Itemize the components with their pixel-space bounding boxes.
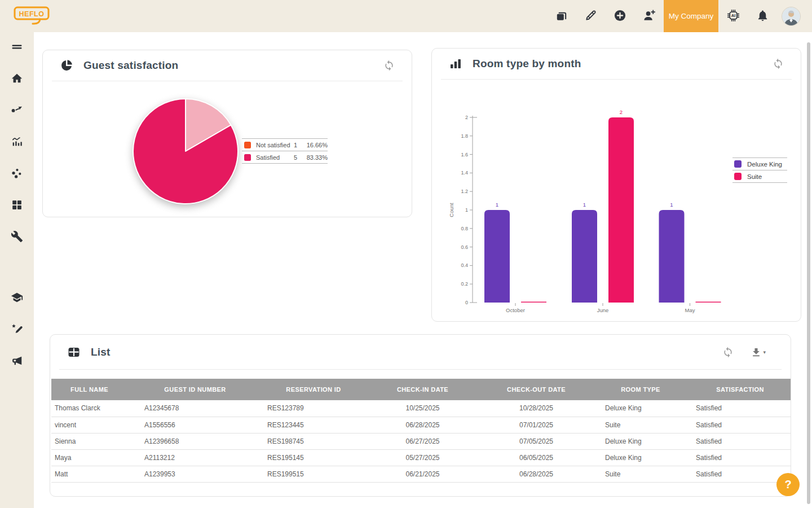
menu-icon (11, 41, 23, 55)
sidebar-item-apps-grid[interactable] (0, 190, 34, 222)
sidebar (0, 32, 34, 508)
table-cell: 05/27/2025 (364, 449, 481, 466)
table-cell: Satisfied (690, 400, 791, 417)
x-category-label: June (597, 307, 609, 313)
refresh-icon (383, 60, 395, 71)
my-company-button[interactable]: My Company (664, 0, 718, 32)
sidebar-item-home[interactable] (0, 64, 34, 95)
y-tick-label: 0 (465, 300, 468, 305)
cluster-icon (11, 167, 23, 182)
documents-icon (555, 9, 568, 24)
legend-item[interactable]: Not satisfied116.66% (242, 138, 328, 151)
bar-value-label: 2 (620, 109, 623, 115)
heflo-logo[interactable]: HEFLO (14, 5, 51, 28)
y-tick-label: 0.4 (461, 262, 468, 268)
refresh-icon (722, 347, 734, 358)
column-header[interactable]: GUEST ID NUMBER (127, 379, 263, 400)
sidebar-item-cluster[interactable] (0, 159, 34, 190)
legend-swatch (734, 160, 742, 168)
refresh-button[interactable] (773, 58, 784, 69)
topbar-icon-group-right: AI (718, 0, 777, 32)
analytics-icon (11, 135, 23, 150)
add-button[interactable] (605, 0, 634, 32)
table-cell: Suite (592, 466, 690, 482)
bar-zero (696, 302, 721, 303)
table-cell: RES123789 (263, 400, 364, 417)
add-user-button[interactable] (634, 0, 664, 32)
column-header[interactable]: RESERVATION ID (263, 379, 364, 400)
table-cell: 06/27/2025 (364, 433, 481, 449)
legend-label: Deluxe King (747, 161, 782, 168)
table-row[interactable]: SiennaA12396658RES19874506/27/202507/05/… (51, 433, 791, 449)
documents-button[interactable] (546, 0, 576, 32)
add-user-icon (643, 9, 656, 24)
sidebar-item-rate[interactable] (0, 314, 34, 346)
legend-label: Satisfied (256, 154, 294, 161)
y-tick-label: 2 (465, 115, 468, 120)
legend-percent: 83.33% (303, 154, 328, 161)
column-header[interactable]: ROOM TYPE (592, 379, 690, 400)
table-icon (67, 345, 81, 359)
sidebar-gap (0, 253, 34, 283)
column-header[interactable]: CHECK-IN DATE (364, 379, 481, 400)
refresh-button[interactable] (722, 347, 734, 358)
bar (659, 210, 685, 303)
user-avatar[interactable] (782, 7, 801, 26)
table-row[interactable]: vincentA1556556RES12344506/28/202507/01/… (51, 417, 791, 433)
card-header: List ▾ (59, 335, 782, 370)
pie-legend: Not satisfied116.66%Satisfied583.33% (242, 138, 328, 164)
table-cell: 06/28/2025 (481, 466, 592, 482)
edit-icon (584, 9, 597, 24)
column-header[interactable]: FULL NAME (51, 379, 127, 400)
table-row[interactable]: Thomas ClarckA12345678RES12378910/25/202… (51, 400, 791, 417)
vertical-scrollbar[interactable] (807, 42, 810, 504)
sidebar-item-process-flow[interactable] (0, 95, 34, 127)
table-cell: Deluxe King (592, 449, 690, 466)
notifications-icon (756, 9, 769, 24)
table-cell: vincent (51, 417, 127, 433)
table-cell: RES198745 (263, 433, 364, 449)
bar-value-label: 1 (496, 202, 498, 208)
card-title: Guest satisfaction (83, 59, 178, 72)
sidebar-item-menu[interactable] (0, 32, 34, 64)
column-header[interactable]: CHECK-OUT DATE (481, 379, 592, 400)
download-icon (751, 347, 762, 358)
help-button[interactable]: ? (776, 473, 800, 496)
table-cell: RES199515 (263, 466, 364, 482)
ai-assistant-button[interactable]: AI (718, 0, 748, 32)
legend-item[interactable]: Deluxe King (732, 157, 787, 170)
y-tick-label: 1.6 (461, 152, 468, 157)
legend-label: Not satisfied (256, 142, 294, 148)
sidebar-item-academy[interactable] (0, 283, 34, 314)
download-button[interactable]: ▾ (751, 347, 766, 358)
pie-chart-icon (60, 59, 73, 72)
legend-swatch (244, 154, 251, 161)
legend-label: Suite (747, 173, 762, 180)
legend-count: 1 (294, 142, 303, 148)
sidebar-item-announcements[interactable] (0, 346, 34, 378)
table-cell: A12396658 (127, 433, 263, 449)
table-row[interactable]: MayaA2113212RES19514505/27/202506/05/202… (51, 449, 791, 466)
ai-assistant-icon: AI (727, 9, 740, 24)
y-axis-label: Count (448, 203, 454, 217)
notifications-button[interactable] (748, 0, 777, 32)
legend-item[interactable]: Satisfied583.33% (242, 151, 328, 163)
edit-button[interactable] (576, 0, 605, 32)
table-cell: A2113212 (127, 449, 263, 466)
tools-icon (11, 230, 23, 245)
table-cell: 06/21/2025 (364, 466, 481, 482)
sidebar-item-analytics[interactable] (0, 127, 34, 159)
column-header[interactable]: SATISFACTION (690, 379, 791, 400)
sidebar-item-tools[interactable] (0, 222, 34, 253)
add-icon (614, 9, 626, 24)
table-cell: Deluxe King (592, 433, 690, 449)
card-title: Room type by month (473, 58, 581, 70)
bar-value-label: 1 (670, 202, 673, 208)
legend-item[interactable]: Suite (732, 170, 787, 182)
table-cell: 07/01/2025 (481, 417, 592, 433)
refresh-button[interactable] (383, 60, 395, 71)
table-cell: Suite (592, 417, 690, 433)
card-title: List (91, 346, 111, 358)
table-cell: 06/05/2025 (481, 449, 592, 466)
table-row[interactable]: MattA1239953RES19951506/21/202506/28/202… (51, 466, 791, 482)
